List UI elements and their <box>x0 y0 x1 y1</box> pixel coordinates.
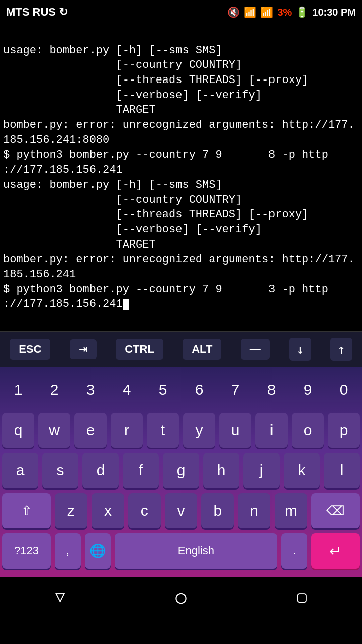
key-b[interactable]: b <box>201 493 234 528</box>
terminal-cursor <box>123 299 129 310</box>
key-w[interactable]: w <box>38 413 70 448</box>
key-l[interactable]: l <box>324 453 360 488</box>
key-9[interactable]: 9 <box>292 372 324 408</box>
key-2[interactable]: 2 <box>38 372 70 408</box>
number-row: 1 2 3 4 5 6 7 8 9 0 <box>2 372 360 408</box>
terminal-output[interactable]: usage: bomber.py [-h] [--sms SMS] [--cou… <box>0 24 362 331</box>
keyboard: 1 2 3 4 5 6 7 8 9 0 q w e r t y u i o p … <box>0 367 362 577</box>
key-d[interactable]: d <box>82 453 119 488</box>
key-i[interactable]: i <box>255 413 288 448</box>
sym-key[interactable]: ?123 <box>2 533 51 569</box>
key-8[interactable]: 8 <box>255 372 288 408</box>
ctrl-key[interactable]: CTRL <box>116 339 163 360</box>
key-z[interactable]: z <box>55 493 87 528</box>
qwerty-row: q w e r t y u i o p <box>2 413 360 448</box>
status-right: 🔇 📶 📶 3% 🔋 10:30 PM <box>227 6 356 18</box>
arrow-down-key[interactable]: ↓ <box>289 338 311 361</box>
shift-key[interactable]: ⇧ <box>2 493 51 528</box>
status-bar: MTS RUS ↻ 🔇 📶 📶 3% 🔋 10:30 PM <box>0 0 362 24</box>
key-a[interactable]: a <box>2 453 38 488</box>
key-y[interactable]: y <box>183 413 215 448</box>
key-x[interactable]: x <box>92 493 124 528</box>
carrier-icon: ↻ <box>59 6 68 19</box>
key-u[interactable]: u <box>219 413 251 448</box>
carrier-label: MTS RUS <box>6 6 56 19</box>
bottom-row: ?123 , 🌐 English . ↵ <box>2 533 360 569</box>
key-q[interactable]: q <box>2 413 34 448</box>
key-3[interactable]: 3 <box>74 372 107 408</box>
mute-icon: 🔇 <box>227 6 240 18</box>
key-k[interactable]: k <box>284 453 320 488</box>
dash-key[interactable]: — <box>241 339 270 360</box>
key-s[interactable]: s <box>42 453 78 488</box>
key-7[interactable]: 7 <box>219 372 251 408</box>
comma-key[interactable]: , <box>55 533 81 569</box>
period-key[interactable]: . <box>281 533 307 569</box>
key-g[interactable]: g <box>163 453 199 488</box>
navigation-bar: ▽ ○ ▢ <box>0 577 362 617</box>
key-j[interactable]: j <box>243 453 280 488</box>
backspace-key[interactable]: ⌫ <box>311 493 360 528</box>
globe-key[interactable]: 🌐 <box>85 533 111 569</box>
key-5[interactable]: 5 <box>147 372 179 408</box>
space-key[interactable]: English <box>115 533 277 569</box>
key-e[interactable]: e <box>74 413 107 448</box>
key-c[interactable]: c <box>128 493 161 528</box>
enter-key[interactable]: ↵ <box>311 533 360 569</box>
key-p[interactable]: p <box>328 413 360 448</box>
signal-icon: 📶 <box>260 6 273 18</box>
key-t[interactable]: t <box>147 413 179 448</box>
home-button[interactable]: ○ <box>175 587 187 607</box>
key-v[interactable]: v <box>165 493 198 528</box>
tab-key[interactable]: ⇥ <box>70 339 97 359</box>
key-m[interactable]: m <box>275 493 307 528</box>
alt-key[interactable]: ALT <box>183 339 221 360</box>
key-f[interactable]: f <box>123 453 159 488</box>
key-1[interactable]: 1 <box>2 372 34 408</box>
terminal-line-1: usage: bomber.py [-h] [--sms SMS] [--cou… <box>3 44 355 311</box>
status-left: MTS RUS ↻ <box>6 6 68 19</box>
time-label: 10:30 PM <box>312 7 356 18</box>
esc-key[interactable]: ESC <box>10 339 50 360</box>
key-4[interactable]: 4 <box>111 372 143 408</box>
back-button[interactable]: ▽ <box>55 587 65 606</box>
key-r[interactable]: r <box>111 413 143 448</box>
key-h[interactable]: h <box>203 453 239 488</box>
recents-button[interactable]: ▢ <box>297 587 307 606</box>
battery-label: 3% <box>277 7 292 18</box>
battery-icon: 🔋 <box>296 6 308 18</box>
key-6[interactable]: 6 <box>183 372 215 408</box>
key-o[interactable]: o <box>292 413 324 448</box>
wifi-icon: 📶 <box>244 6 256 18</box>
zxcv-row: ⇧ z x c v b n m ⌫ <box>2 493 360 528</box>
terminal-toolbar: ESC ⇥ CTRL ALT — ↓ ↑ <box>0 331 362 367</box>
asdf-row: a s d f g h j k l <box>2 453 360 488</box>
arrow-up-key[interactable]: ↑ <box>330 338 352 361</box>
key-n[interactable]: n <box>238 493 270 528</box>
key-0[interactable]: 0 <box>328 372 360 408</box>
